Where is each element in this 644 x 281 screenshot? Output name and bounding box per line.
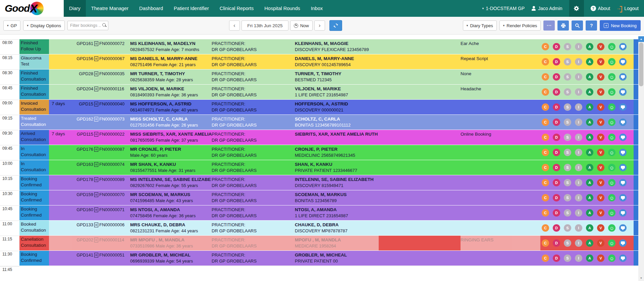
- smiley-button[interactable]: ☺: [608, 254, 615, 262]
- v-button[interactable]: V: [597, 43, 604, 50]
- print-button[interactable]: [557, 20, 569, 31]
- chat-button[interactable]: [619, 134, 627, 141]
- chat-button[interactable]: [619, 73, 627, 81]
- chat-button[interactable]: [619, 149, 627, 156]
- booking-row[interactable]: 10:45 Booking Confirmed GPD160 FN0000007…: [0, 205, 638, 220]
- i-button[interactable]: I: [575, 58, 582, 65]
- booking-info[interactable]: GPD161 FN00000072 MS KLEINHANS, M, MADEL…: [72, 39, 212, 54]
- c-button[interactable]: C: [542, 119, 549, 126]
- a-button[interactable]: A: [586, 103, 593, 111]
- v-button[interactable]: V: [597, 224, 604, 232]
- d-button[interactable]: D: [553, 73, 560, 81]
- chat-button[interactable]: [619, 254, 627, 262]
- c-button[interactable]: C: [542, 194, 549, 201]
- booking-info[interactable]: GPD115 FN00000022 MISS SIEBRITS, XAR, XA…: [72, 130, 212, 145]
- d-button[interactable]: D: [553, 179, 560, 186]
- smiley-button[interactable]: ☺: [608, 58, 615, 65]
- a-button[interactable]: A: [586, 164, 593, 171]
- c-button[interactable]: C: [542, 209, 549, 217]
- refresh-button[interactable]: [329, 20, 342, 31]
- d-button[interactable]: D: [553, 134, 560, 141]
- smiley-button[interactable]: ☺: [608, 164, 615, 171]
- nav-tab-dashboard[interactable]: Dashboard: [134, 0, 168, 17]
- booking-info[interactable]: GPD178 FN00000089 MS INTELENNI, SE, SABI…: [72, 175, 212, 190]
- i-button[interactable]: I: [575, 73, 582, 81]
- v-button[interactable]: V: [597, 58, 604, 65]
- smiley-button[interactable]: ☺: [608, 149, 615, 156]
- booking-info[interactable]: GPD159 FN00000070 MR SCOEMAN, M, MARKUS …: [72, 190, 212, 205]
- smiley-button[interactable]: ☺: [608, 239, 615, 247]
- new-booking-button[interactable]: + New Booking: [600, 20, 641, 31]
- d-button[interactable]: D: [553, 164, 560, 171]
- smiley-button[interactable]: ☺: [608, 194, 615, 201]
- d-button[interactable]: D: [553, 254, 560, 262]
- about-button[interactable]: ? About: [591, 6, 610, 11]
- booking-info[interactable]: GPD176 FN00000087 MR CRONJE, P, PIETER M…: [72, 145, 212, 160]
- smiley-button[interactable]: ☺: [608, 103, 615, 111]
- previous-day-button[interactable]: ‹: [229, 20, 240, 31]
- chat-button[interactable]: [619, 43, 627, 50]
- booking-row[interactable]: 09:45 In Consultation GPD176 FN00000087 …: [0, 145, 638, 160]
- chat-button[interactable]: [619, 224, 627, 232]
- d-button[interactable]: D: [553, 103, 560, 111]
- a-button[interactable]: A: [586, 58, 593, 65]
- booking-row[interactable]: 09:15 Treated Consultation GPD162 FN0000…: [0, 115, 638, 130]
- c-button[interactable]: C: [542, 134, 549, 141]
- booking-row[interactable]: 09:00 Invoiced Consultation 7 days GPD15…: [0, 100, 638, 114]
- i-button[interactable]: I: [575, 103, 582, 111]
- s-button[interactable]: S: [564, 164, 571, 171]
- help-button[interactable]: ?: [586, 20, 597, 31]
- s-button[interactable]: S: [564, 194, 571, 201]
- booking-row[interactable]: 08:45 Finished Consultation GPD204 FN000…: [0, 85, 638, 99]
- chat-button[interactable]: [619, 179, 627, 186]
- booking-info[interactable]: GPD15 FN00000040 MS HOFFERSON, A, ASTRID…: [72, 100, 212, 114]
- i-button[interactable]: I: [575, 164, 582, 171]
- booking-info[interactable]: GPD202 FN00000114 MR MPOFU , M, MANDLA 0…: [72, 236, 212, 250]
- d-button[interactable]: D: [553, 209, 560, 217]
- booking-row[interactable]: 11:15 Canellation Consultation GPD202 FN…: [0, 236, 638, 250]
- a-button[interactable]: A: [586, 88, 593, 96]
- s-button[interactable]: S: [564, 239, 571, 247]
- c-button[interactable]: C: [542, 224, 549, 232]
- nav-tab-hospital-rounds[interactable]: Hospital Rounds: [259, 0, 305, 17]
- booking-info[interactable]: GPD28 FN00000035 MR TURNER, T, TIMOTHY 0…: [72, 69, 212, 84]
- d-button[interactable]: D: [553, 149, 560, 156]
- c-button[interactable]: C: [542, 239, 549, 247]
- nav-tab-diary[interactable]: Diary: [64, 0, 86, 17]
- nav-tab-theatre-manager[interactable]: Theatre Manager: [86, 0, 134, 17]
- smiley-button[interactable]: ☺: [608, 179, 615, 186]
- more-options-button[interactable]: ...: [543, 20, 555, 31]
- chat-button[interactable]: [619, 88, 627, 96]
- v-button[interactable]: V: [597, 164, 604, 171]
- s-button[interactable]: S: [564, 88, 571, 96]
- i-button[interactable]: I: [575, 224, 582, 232]
- a-button[interactable]: A: [586, 224, 593, 232]
- a-button[interactable]: A: [586, 254, 593, 262]
- a-button[interactable]: A: [586, 149, 593, 156]
- v-button[interactable]: V: [597, 179, 604, 186]
- booking-row[interactable]: 11:45: [0, 266, 638, 281]
- a-button[interactable]: A: [586, 119, 593, 126]
- a-button[interactable]: A: [586, 179, 593, 186]
- nav-tab-patient-identifier[interactable]: Patient Identifier: [168, 0, 214, 17]
- a-button[interactable]: A: [586, 239, 593, 247]
- i-button[interactable]: I: [575, 119, 582, 126]
- s-button[interactable]: S: [564, 43, 571, 50]
- v-button[interactable]: V: [597, 239, 604, 247]
- c-button[interactable]: C: [542, 88, 549, 96]
- a-button[interactable]: A: [586, 73, 593, 81]
- smiley-button[interactable]: ☺: [608, 119, 615, 126]
- s-button[interactable]: S: [564, 58, 571, 65]
- booking-info[interactable]: GPD160 FN00000071 MS NTOSI, A, AMANDA 07…: [72, 205, 212, 220]
- chat-button[interactable]: [619, 103, 627, 111]
- s-button[interactable]: S: [564, 134, 571, 141]
- practice-selector[interactable]: ▾ 1-DOCSTEAM GP: [482, 6, 525, 11]
- i-button[interactable]: I: [575, 149, 582, 156]
- s-button[interactable]: S: [564, 103, 571, 111]
- d-button[interactable]: D: [553, 119, 560, 126]
- chat-button[interactable]: [619, 209, 627, 217]
- smiley-button[interactable]: ☺: [608, 43, 615, 50]
- chat-button[interactable]: [619, 164, 627, 171]
- v-button[interactable]: V: [597, 134, 604, 141]
- chat-button[interactable]: [619, 194, 627, 201]
